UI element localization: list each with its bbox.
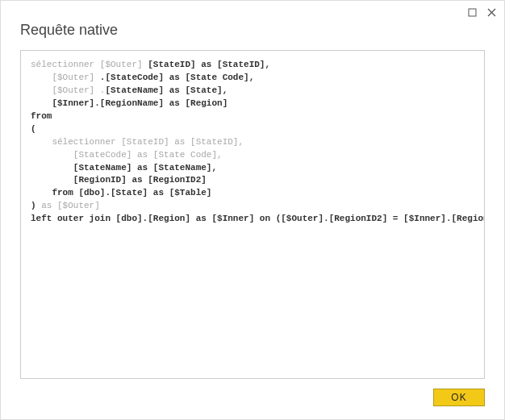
dialog-header: Requête native <box>1 1 504 50</box>
code-bold: [StateName] as [StateName], <box>31 163 217 173</box>
dialog-footer: OK <box>1 389 504 419</box>
code-bold: left outer join [dbo].[Region] as [$Inne… <box>31 214 485 223</box>
code-bold: .[StateCode] as [State Code], <box>100 73 254 82</box>
window-controls <box>467 7 496 17</box>
code-gray: sélectionner [StateID] as [StateID], <box>31 137 244 147</box>
maximize-icon[interactable] <box>467 7 477 17</box>
code-bold: [RegionID] as [RegionID2] <box>31 175 207 185</box>
code-gray: as [$Outer] <box>41 201 100 210</box>
code-bold: ( <box>31 124 36 134</box>
close-icon[interactable] <box>486 7 496 17</box>
code-gray: sélectionner [$Outer] <box>31 60 148 69</box>
ok-button[interactable]: OK <box>433 389 485 406</box>
code-gray: [$Outer] . <box>31 85 105 95</box>
code-gray: [StateCode] as [State Code], <box>31 150 223 160</box>
dialog-title: Requête native <box>20 22 485 39</box>
query-text-box[interactable]: sélectionner [$Outer] [StateID] as [Stat… <box>20 50 485 379</box>
code-bold: [$Inner].[RegionName] as [Region] <box>31 98 227 108</box>
code-bold: [StateName] as [State], <box>105 85 227 95</box>
code-gray: [$Outer] <box>31 73 100 82</box>
code-bold: from <box>31 111 52 121</box>
code-bold: [StateID] as [StateID], <box>148 60 270 69</box>
code-bold: from [dbo].[State] as [$Table] <box>31 188 211 198</box>
code-bold: ) <box>31 201 41 210</box>
svg-rect-0 <box>469 9 476 16</box>
